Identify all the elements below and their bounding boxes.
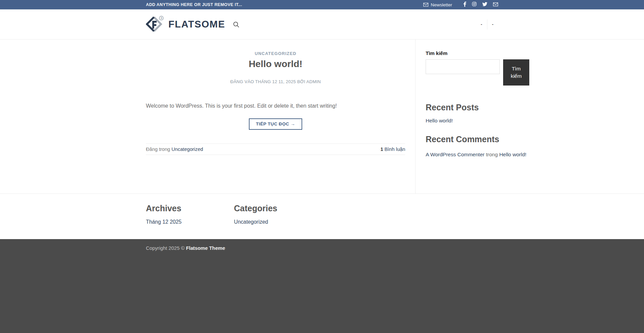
list-item: A WordPress Commenter trong Hello world! [426, 150, 534, 160]
post-area: UNCATEGORIZED Hello world! ĐĂNG VÀO THÁN… [146, 40, 415, 193]
comments-label: Bình luận [384, 147, 405, 152]
social-links [463, 2, 498, 8]
comments-link[interactable]: 1 Bình luận [380, 147, 405, 152]
search-input[interactable] [426, 59, 500, 74]
copyright-text: Copyright 2025 © Flatsome Theme [146, 245, 498, 251]
comment-connector: trong [486, 152, 498, 157]
post-meta: ĐĂNG VÀO THÁNG 12 11, 2025 BỞI ADMIN [146, 79, 405, 84]
instagram-icon [472, 2, 477, 8]
comment-author-link[interactable]: A WordPress Commenter [426, 152, 484, 157]
list-item: Tháng 12 2025 [146, 219, 234, 225]
categories-heading: Categories [234, 203, 322, 214]
post-excerpt: Welcome to WordPress. This is your first… [146, 102, 405, 110]
search-submit-button[interactable]: Tìm kiếm [503, 59, 529, 86]
post-footer: Đăng trong Uncategorized 1 Bình luận [146, 144, 405, 155]
flatsome-logo-mark-icon: 3 [146, 15, 164, 34]
read-more-button[interactable]: TIẾP TỤC ĐỌC → [249, 118, 302, 130]
search-widget: Tìm kiếm Tìm kiếm [426, 50, 534, 86]
search-form: Tìm kiếm [426, 59, 534, 86]
list-item: Uncategorized [234, 219, 322, 225]
main-section: UNCATEGORIZED Hello world! ĐĂNG VÀO THÁN… [0, 40, 644, 193]
list-item: Hello world! [426, 118, 534, 124]
topbar-right: Newsletter [423, 2, 498, 8]
archives-heading: Archives [146, 203, 234, 214]
footer-widgets: Archives Tháng 12 2025 Categories Uncate… [0, 193, 644, 239]
post-category-link[interactable]: UNCATEGORIZED [255, 51, 297, 56]
posted-in-label: Đăng trong [146, 147, 170, 152]
recent-post-link[interactable]: Hello world! [426, 118, 453, 123]
newsletter-link[interactable]: Newsletter [423, 2, 452, 7]
twitter-link[interactable] [482, 2, 487, 8]
recent-comments-heading: Recent Comments [426, 134, 534, 145]
search-widget-label: Tìm kiếm [426, 50, 534, 56]
logo-wordmark: FLATSOME [168, 19, 225, 30]
absolute-footer: Copyright 2025 © Flatsome Theme [0, 239, 644, 333]
email-icon [493, 2, 498, 8]
menu-item-1[interactable]: - [476, 22, 487, 27]
site-header: 3 FLATSOME - - [0, 9, 644, 40]
email-link[interactable] [493, 2, 498, 8]
sidebar: Tìm kiếm Tìm kiếm Recent Posts Hello wor… [415, 40, 534, 193]
copyright-brand: Flatsome Theme [186, 245, 225, 251]
read-more-wrap: TIẾP TỤC ĐỌC → [146, 118, 405, 130]
newsletter-label: Newsletter [431, 2, 452, 7]
header-menu: - - [476, 19, 498, 30]
archives-widget: Archives Tháng 12 2025 [146, 203, 234, 225]
archive-link[interactable]: Tháng 12 2025 [146, 219, 181, 225]
recent-posts-heading: Recent Posts [426, 102, 534, 113]
category-link[interactable]: Uncategorized [234, 219, 268, 225]
menu-item-2[interactable]: - [487, 22, 498, 27]
copyright-prefix: Copyright 2025 © [146, 245, 186, 251]
post-title: Hello world! [146, 58, 405, 70]
recent-comments-widget: Recent Comments A WordPress Commenter tr… [426, 134, 534, 159]
search-icon[interactable] [232, 21, 240, 28]
site-logo[interactable]: 3 FLATSOME [146, 15, 225, 34]
comment-post-link[interactable]: Hello world! [499, 152, 526, 157]
instagram-link[interactable] [472, 2, 477, 8]
comments-count: 1 [380, 147, 383, 152]
facebook-link[interactable] [463, 2, 466, 8]
envelope-icon [423, 3, 428, 7]
top-bar: ADD ANYTHING HERE OR JUST REMOVE IT... N… [0, 0, 644, 9]
recent-posts-widget: Recent Posts Hello world! [426, 102, 534, 124]
posted-in: Đăng trong Uncategorized [146, 147, 203, 152]
posted-in-category-link[interactable]: Uncategorized [171, 147, 203, 152]
post-hello-world: UNCATEGORIZED Hello world! ĐĂNG VÀO THÁN… [146, 50, 405, 155]
categories-widget: Categories Uncategorized [234, 203, 322, 225]
svg-text:3: 3 [160, 16, 162, 20]
facebook-icon [463, 2, 466, 8]
topbar-message: ADD ANYTHING HERE OR JUST REMOVE IT... [146, 2, 242, 7]
post-header: UNCATEGORIZED Hello world! ĐĂNG VÀO THÁN… [146, 50, 405, 84]
twitter-icon [482, 2, 487, 8]
